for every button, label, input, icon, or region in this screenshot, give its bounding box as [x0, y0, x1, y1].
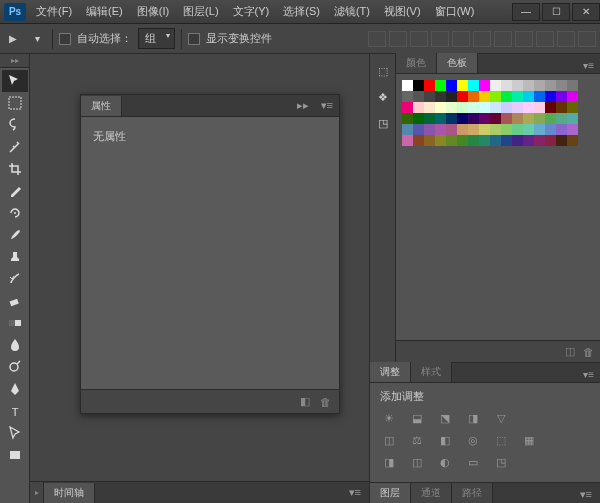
tab-adjustments[interactable]: 调整	[370, 362, 411, 382]
swatch[interactable]	[479, 80, 490, 91]
menu-select[interactable]: 选择(S)	[277, 0, 326, 23]
menu-image[interactable]: 图像(I)	[131, 0, 175, 23]
swatch[interactable]	[413, 91, 424, 102]
swatch[interactable]	[567, 113, 578, 124]
swatch[interactable]	[457, 135, 468, 146]
swatch[interactable]	[446, 135, 457, 146]
blur-tool[interactable]	[2, 334, 28, 356]
swatch[interactable]	[523, 91, 534, 102]
tab-swatches[interactable]: 色板	[437, 53, 478, 73]
swatch[interactable]	[424, 80, 435, 91]
swatch[interactable]	[545, 124, 556, 135]
swatch[interactable]	[413, 135, 424, 146]
swatch[interactable]	[512, 135, 523, 146]
swatch[interactable]	[556, 124, 567, 135]
healing-tool[interactable]	[2, 202, 28, 224]
swatch[interactable]	[424, 113, 435, 124]
tab-paths[interactable]: 路径	[452, 483, 493, 503]
pen-tool[interactable]	[2, 378, 28, 400]
character-panel-icon[interactable]: ❖	[372, 86, 394, 108]
align-icon[interactable]	[536, 31, 554, 47]
tab-color[interactable]: 颜色	[396, 53, 437, 73]
timeline-collapse[interactable]: ▸	[30, 482, 44, 503]
swatch[interactable]	[545, 113, 556, 124]
swatch[interactable]	[523, 135, 534, 146]
swatch[interactable]	[556, 113, 567, 124]
tab-layers[interactable]: 图层	[370, 483, 411, 503]
menu-layer[interactable]: 图层(L)	[177, 0, 224, 23]
swatch[interactable]	[468, 113, 479, 124]
swatch[interactable]	[490, 135, 501, 146]
swatch[interactable]	[501, 135, 512, 146]
swatch[interactable]	[501, 102, 512, 113]
align-icon[interactable]	[410, 31, 428, 47]
swatch[interactable]	[446, 80, 457, 91]
threshold-icon[interactable]: ◐	[436, 454, 454, 470]
swatch[interactable]	[490, 80, 501, 91]
swatch[interactable]	[468, 135, 479, 146]
swatch[interactable]	[446, 91, 457, 102]
swatch[interactable]	[556, 80, 567, 91]
curves-icon[interactable]: ⬔	[436, 410, 454, 426]
swatch[interactable]	[490, 91, 501, 102]
swatch[interactable]	[567, 91, 578, 102]
adjustments-menu[interactable]: ▾≡	[577, 367, 600, 382]
paragraph-panel-icon[interactable]: ◳	[372, 112, 394, 134]
swatch[interactable]	[523, 124, 534, 135]
swatch[interactable]	[556, 135, 567, 146]
swatch[interactable]	[490, 102, 501, 113]
swatch[interactable]	[501, 80, 512, 91]
swatch[interactable]	[512, 113, 523, 124]
swatch[interactable]	[413, 124, 424, 135]
swatch[interactable]	[567, 102, 578, 113]
swatch[interactable]	[435, 113, 446, 124]
minimize-button[interactable]: —	[512, 3, 540, 21]
swatch[interactable]	[545, 80, 556, 91]
vibrance-icon[interactable]: ▽	[492, 410, 510, 426]
swatch[interactable]	[534, 135, 545, 146]
swatch[interactable]	[501, 124, 512, 135]
dodge-tool[interactable]	[2, 356, 28, 378]
menu-filter[interactable]: 滤镜(T)	[328, 0, 376, 23]
layers-menu[interactable]: ▾≡	[572, 486, 600, 503]
swatch[interactable]	[490, 113, 501, 124]
swatch[interactable]	[435, 80, 446, 91]
stamp-tool[interactable]	[2, 246, 28, 268]
maximize-button[interactable]: ☐	[542, 3, 570, 21]
tab-timeline[interactable]: 时间轴	[44, 483, 95, 503]
swatch[interactable]	[468, 91, 479, 102]
swatch[interactable]	[424, 102, 435, 113]
align-icon[interactable]	[389, 31, 407, 47]
swatch[interactable]	[479, 124, 490, 135]
swatch[interactable]	[534, 80, 545, 91]
swatch[interactable]	[402, 91, 413, 102]
swatch[interactable]	[523, 80, 534, 91]
align-icon[interactable]	[515, 31, 533, 47]
menu-view[interactable]: 视图(V)	[378, 0, 427, 23]
swatch[interactable]	[534, 91, 545, 102]
balance-icon[interactable]: ⚖	[408, 432, 426, 448]
swatch[interactable]	[424, 135, 435, 146]
swatch[interactable]	[413, 102, 424, 113]
auto-select-checkbox[interactable]	[59, 33, 71, 45]
type-tool[interactable]: T	[2, 400, 28, 422]
swatch[interactable]	[512, 124, 523, 135]
swatch[interactable]	[435, 135, 446, 146]
brush-tool[interactable]	[2, 224, 28, 246]
align-icon[interactable]	[557, 31, 575, 47]
swatch[interactable]	[424, 91, 435, 102]
swatch[interactable]	[457, 80, 468, 91]
gradient-map-icon[interactable]: ▭	[464, 454, 482, 470]
swatch[interactable]	[567, 124, 578, 135]
swatch[interactable]	[512, 91, 523, 102]
rectangle-tool[interactable]	[2, 444, 28, 466]
history-panel-icon[interactable]: ⬚	[372, 60, 394, 82]
swatch[interactable]	[523, 102, 534, 113]
align-icon[interactable]	[494, 31, 512, 47]
swatch[interactable]	[435, 102, 446, 113]
swatch[interactable]	[402, 124, 413, 135]
swatches-menu[interactable]: ▾≡	[577, 58, 600, 73]
photo-filter-icon[interactable]: ◎	[464, 432, 482, 448]
properties-menu[interactable]: ▾≡	[315, 97, 339, 114]
swatch[interactable]	[512, 102, 523, 113]
